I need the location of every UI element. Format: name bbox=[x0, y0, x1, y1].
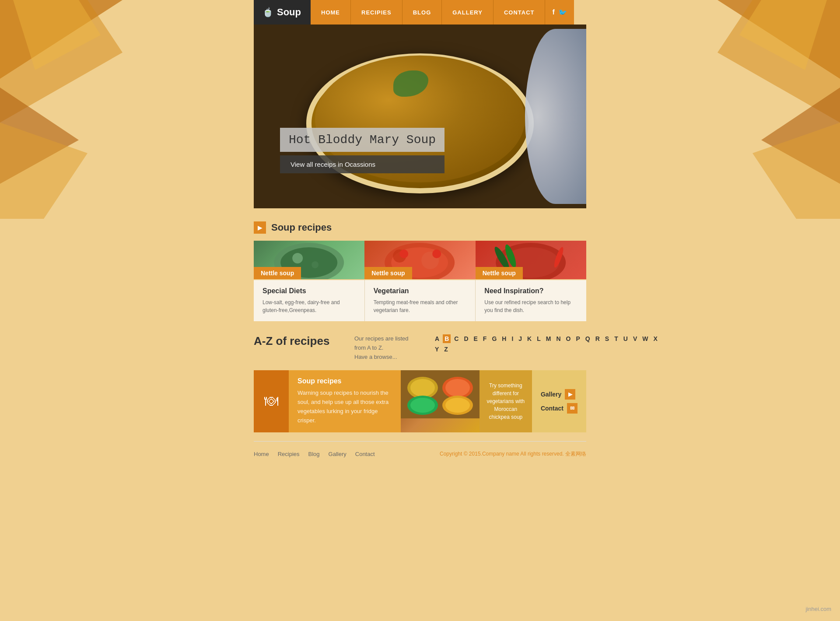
az-letter-c[interactable]: C bbox=[452, 334, 460, 343]
info-card-title-1: Special Diets bbox=[262, 287, 356, 295]
az-letter-s[interactable]: S bbox=[603, 334, 611, 343]
gallery-link-arrow: ▶ bbox=[565, 389, 575, 400]
twitter-icon[interactable]: 🐦 bbox=[558, 8, 567, 17]
az-letter-y[interactable]: Y bbox=[433, 345, 441, 354]
az-letter-o[interactable]: O bbox=[564, 334, 573, 343]
az-letter-r[interactable]: R bbox=[594, 334, 602, 343]
contact-link[interactable]: Contact ✉ bbox=[541, 403, 578, 414]
info-card-vegetarian: Vegetarian Tempting meat-free meals and … bbox=[365, 280, 476, 321]
nav-home[interactable]: HOME bbox=[311, 0, 351, 25]
copyright-text: Copyright © 2015.Company name All rights… bbox=[440, 451, 564, 457]
info-card-inspiration: Need Inspiration? Use our refined recipe… bbox=[476, 280, 586, 321]
bottom-links-box: Gallery ▶ Contact ✉ bbox=[532, 370, 586, 432]
soup-bowls-image bbox=[401, 370, 480, 418]
gallery-link[interactable]: Gallery ▶ bbox=[541, 389, 578, 400]
hero-button[interactable]: View all receips in Ocassions bbox=[280, 155, 444, 173]
hero-background bbox=[254, 25, 586, 208]
nav-blog[interactable]: BLOG bbox=[402, 0, 442, 25]
nav-recipies[interactable]: RECIPIES bbox=[351, 0, 402, 25]
az-letter-a[interactable]: A bbox=[433, 334, 441, 343]
svg-point-18 bbox=[399, 249, 408, 258]
nav-contact[interactable]: CONTACT bbox=[494, 0, 546, 25]
footer-home[interactable]: Home bbox=[254, 451, 269, 457]
az-letter-w[interactable]: W bbox=[640, 334, 650, 343]
svg-point-29 bbox=[445, 379, 470, 396]
svg-point-31 bbox=[410, 398, 435, 413]
facebook-icon[interactable]: f bbox=[552, 8, 554, 16]
az-letter-g[interactable]: G bbox=[490, 334, 498, 343]
logo[interactable]: 🍵 Soup bbox=[254, 0, 311, 25]
nav-gallery[interactable]: GALLERY bbox=[442, 0, 494, 25]
az-section: A-Z of recipes Our recipes are listed fr… bbox=[254, 334, 586, 361]
bottom-image-box bbox=[401, 370, 480, 432]
az-letter-x[interactable]: X bbox=[651, 334, 659, 343]
az-letter-m[interactable]: M bbox=[544, 334, 553, 343]
footer: Home Recipies Blog Gallery Contact Copyr… bbox=[254, 441, 586, 467]
az-letter-n[interactable]: N bbox=[554, 334, 562, 343]
az-letter-h[interactable]: H bbox=[500, 334, 508, 343]
az-letter-p[interactable]: P bbox=[574, 334, 581, 343]
az-description: Our recipes are listed from A to Z. Have… bbox=[354, 334, 420, 361]
bottom-icon: 🍽 bbox=[254, 370, 289, 432]
az-letter-j[interactable]: J bbox=[517, 334, 524, 343]
info-card-text-1: Low-salt, egg-free, dairy-free and glute… bbox=[262, 298, 356, 314]
bottom-section: 🍽 Soup recipes Warning soup recipes to n… bbox=[254, 370, 586, 432]
info-cards: Special Diets Low-salt, egg-free, dairy-… bbox=[254, 280, 586, 321]
footer-contact[interactable]: Contact bbox=[355, 451, 375, 457]
logo-icon: 🍵 bbox=[262, 7, 273, 18]
az-letter-f[interactable]: F bbox=[481, 334, 489, 343]
footer-links: Home Recipies Blog Gallery Contact bbox=[254, 451, 375, 457]
contact-link-label: Contact bbox=[541, 405, 564, 412]
az-letter-b[interactable]: B bbox=[443, 334, 451, 343]
bottom-text-body: Warning soup recipes to nourish the soul… bbox=[298, 389, 392, 425]
footer-blog[interactable]: Blog bbox=[308, 451, 320, 457]
info-card-title-3: Need Inspiration? bbox=[484, 287, 578, 295]
image-card-1[interactable]: Nettle soup bbox=[254, 241, 364, 279]
section-header: ▶ Soup recipes bbox=[254, 221, 586, 234]
az-letter-d[interactable]: D bbox=[462, 334, 470, 343]
section-icon: ▶ bbox=[254, 221, 266, 234]
az-letter-i[interactable]: I bbox=[510, 334, 515, 343]
info-card-text-2: Tempting meat-free meals and other veget… bbox=[374, 298, 467, 314]
az-letter-v[interactable]: V bbox=[631, 334, 639, 343]
bottom-try-box: Try something different for vegetarians … bbox=[480, 370, 532, 432]
az-letter-l[interactable]: L bbox=[535, 334, 542, 343]
info-card-text-3: Use our refined recipe search to help yo… bbox=[484, 298, 578, 314]
hero-content: Hot Bloddy Mary Soup View all receips in… bbox=[280, 128, 444, 173]
footer-recipies[interactable]: Recipies bbox=[278, 451, 300, 457]
az-letters: ABCDEFGHIJKLMNOPQRSTUVWXYZ bbox=[433, 334, 659, 354]
hero-title: Hot Bloddy Mary Soup bbox=[280, 128, 444, 152]
svg-point-13 bbox=[312, 261, 318, 268]
az-letter-z[interactable]: Z bbox=[442, 345, 450, 354]
contact-link-arrow: ✉ bbox=[567, 403, 578, 414]
az-letter-q[interactable]: Q bbox=[584, 334, 592, 343]
nav-social: f 🐦 bbox=[545, 0, 574, 25]
image-card-3[interactable]: Nettle soup bbox=[476, 241, 586, 279]
info-card-title-2: Vegetarian bbox=[374, 287, 467, 295]
svg-point-27 bbox=[410, 379, 435, 396]
svg-point-33 bbox=[445, 398, 470, 413]
image-card-label-1: Nettle soup bbox=[254, 267, 301, 279]
watermark: jinhei.com bbox=[805, 606, 831, 612]
logo-text: Soup bbox=[277, 7, 301, 18]
az-letter-e[interactable]: E bbox=[472, 334, 480, 343]
nav-links: HOME RECIPIES BLOG GALLERY CONTACT bbox=[311, 0, 545, 25]
navigation: 🍵 Soup HOME RECIPIES BLOG GALLERY CONTAC… bbox=[254, 0, 586, 25]
az-letter-u[interactable]: U bbox=[622, 334, 630, 343]
image-grid: Nettle soup Nettle bbox=[254, 241, 586, 279]
svg-point-12 bbox=[292, 253, 303, 263]
az-letter-k[interactable]: K bbox=[525, 334, 533, 343]
recipes-section: ▶ Soup recipes Nettle soup bbox=[254, 221, 586, 321]
copyright-brand: 全素网络 bbox=[565, 451, 586, 457]
az-title: A-Z of recipes bbox=[254, 334, 341, 348]
footer-gallery[interactable]: Gallery bbox=[329, 451, 346, 457]
bottom-text-box: Soup recipes Warning soup recipes to nou… bbox=[289, 370, 401, 432]
image-card-label-2: Nettle soup bbox=[364, 267, 412, 279]
svg-point-19 bbox=[432, 249, 441, 258]
bottom-try-text: Try something different for vegetarians … bbox=[485, 382, 527, 421]
image-card-2[interactable]: Nettle soup bbox=[364, 241, 475, 279]
blue-bowl-decoration bbox=[525, 29, 586, 204]
az-letter-t[interactable]: T bbox=[612, 334, 620, 343]
info-card-special-diets: Special Diets Low-salt, egg-free, dairy-… bbox=[254, 280, 365, 321]
hero-section: Hot Bloddy Mary Soup View all receips in… bbox=[254, 25, 586, 208]
